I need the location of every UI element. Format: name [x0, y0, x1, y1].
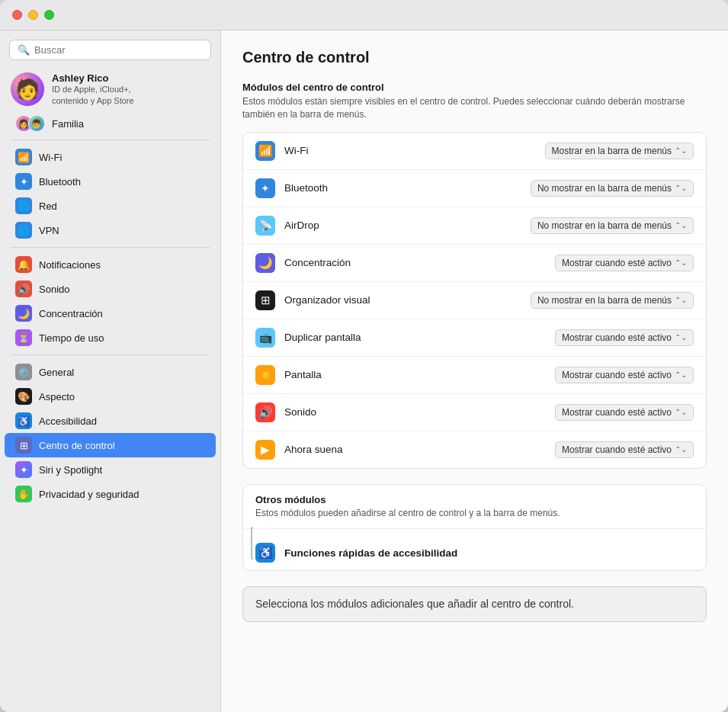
titlebar — [0, 0, 728, 30]
sidebar-item-notificaciones[interactable]: 🔔 Notificaciones — [5, 252, 216, 277]
module-row-concentracion[interactable]: 🌙 Concentración Mostrar cuando esté acti… — [243, 245, 706, 282]
bluetooth-icon: ✦ — [15, 173, 32, 190]
familia-label: Familia — [52, 118, 84, 130]
aspecto-icon: 🎨 — [15, 388, 32, 405]
close-button[interactable] — [12, 10, 22, 20]
sidebar-item-centro[interactable]: ⊞ Centro de control — [5, 433, 216, 457]
module-pant-option: Mostrar cuando esté activo — [562, 370, 672, 380]
module-bt-select[interactable]: No mostrar en la barra de menús ⌃⌄ — [531, 180, 694, 197]
others-section: Otros módulos Estos módulos pueden añadi… — [242, 484, 707, 572]
sidebar-item-concentracion[interactable]: 🌙 Concentración — [5, 301, 216, 326]
tooltip-text: Selecciona los módulos adicionales que a… — [255, 598, 574, 610]
sidebar-item-label-bluetooth: Bluetooth — [39, 176, 81, 188]
bracket-line — [251, 527, 253, 560]
modules-section-desc: Estos módulos están siempre visibles en … — [242, 95, 707, 121]
sidebar-item-label-vpn: VPN — [39, 225, 59, 236]
user-profile[interactable]: 🧑 Ashley Rico ID de Apple, iCloud+,conte… — [0, 66, 220, 112]
sidebar-item-wifi[interactable]: 📶 Wi-Fi — [5, 145, 216, 169]
module-row-son[interactable]: 🔊 Sonido Mostrar cuando esté activo ⌃⌄ — [243, 394, 706, 431]
siri-icon: ✦ — [15, 461, 32, 478]
module-row-wifi[interactable]: 📶 Wi-Fi Mostrar en la barra de menús ⌃⌄ — [243, 133, 706, 170]
module-row-now[interactable]: ▶ Ahora suena Mostrar cuando esté activo… — [243, 431, 706, 468]
familia-avatars: 👩 👦 — [15, 115, 45, 132]
module-airdrop-icon: 📡 — [255, 216, 275, 236]
sidebar-divider-1 — [11, 140, 210, 140]
module-son-chevron: ⌃⌄ — [675, 408, 687, 416]
module-airdrop-select[interactable]: No mostrar en la barra de menús ⌃⌄ — [531, 217, 694, 234]
accesibilidad-icon: ♿ — [15, 412, 32, 429]
sidebar-item-siri[interactable]: ✦ Siri y Spotlight — [5, 457, 216, 482]
fullscreen-button[interactable] — [44, 10, 54, 20]
modules-section-header: Módulos del centro de control — [242, 82, 707, 93]
minimize-button[interactable] — [28, 10, 38, 20]
module-son-select[interactable]: Mostrar cuando esté activo ⌃⌄ — [555, 404, 694, 421]
concentracion-icon: 🌙 — [15, 305, 32, 322]
module-pant-chevron: ⌃⌄ — [675, 370, 687, 379]
module-row-airdrop[interactable]: 📡 AirDrop No mostrar en la barra de menú… — [243, 207, 706, 245]
module-dup-select[interactable]: Mostrar cuando esté activo ⌃⌄ — [555, 329, 694, 346]
sidebar-item-label-aspecto: Aspecto — [39, 391, 75, 403]
module-now-chevron: ⌃⌄ — [675, 445, 687, 454]
others-acc-name: Funciones rápidas de accesibilidad — [284, 547, 457, 559]
general-icon: ⚙️ — [15, 364, 32, 380]
privacidad-icon: ✋ — [15, 486, 32, 502]
module-conc-select[interactable]: Mostrar cuando esté activo ⌃⌄ — [555, 255, 694, 271]
module-conc-icon: 🌙 — [255, 253, 275, 273]
module-org-select[interactable]: No mostrar en la barra de menús ⌃⌄ — [531, 292, 694, 309]
sidebar-item-accesibilidad[interactable]: ♿ Accesibilidad — [5, 409, 216, 433]
user-subtitle: ID de Apple, iCloud+,contenido y App Sto… — [52, 84, 134, 106]
content-area: 🔍 🧑 Ashley Rico ID de Apple, iCloud+,con… — [0, 30, 728, 712]
sidebar-item-tiempo-de-uso[interactable]: ⏳ Tiempo de uso — [5, 326, 216, 350]
sidebar-item-privacidad[interactable]: ✋ Privacidad y seguridad — [5, 482, 216, 506]
module-dup-name: Duplicar pantalla — [284, 332, 546, 343]
familia-section[interactable]: 👩 👦 Familia — [5, 112, 216, 135]
module-now-icon: ▶ — [255, 440, 275, 460]
sidebar-divider-3 — [11, 354, 210, 355]
module-org-icon: ⊞ — [255, 290, 275, 310]
module-pant-select[interactable]: Mostrar cuando esté activo ⌃⌄ — [555, 367, 694, 383]
tiempo-icon: ⏳ — [15, 329, 32, 346]
sidebar-item-general[interactable]: ⚙️ General — [5, 360, 216, 384]
module-now-name: Ahora suena — [284, 444, 546, 455]
module-org-option: No mostrar en la barra de menús — [537, 295, 672, 306]
sidebar-item-label-general: General — [39, 367, 74, 378]
module-wifi-name: Wi-Fi — [284, 145, 536, 156]
sidebar: 🔍 🧑 Ashley Rico ID de Apple, iCloud+,con… — [0, 30, 221, 712]
module-dup-icon: 📺 — [255, 328, 275, 348]
module-pant-name: Pantalla — [284, 369, 546, 380]
module-wifi-select[interactable]: Mostrar en la barra de menús ⌃⌄ — [545, 143, 694, 159]
sidebar-item-label-centro: Centro de control — [39, 440, 115, 451]
module-bt-option: No mostrar en la barra de menús — [537, 183, 672, 194]
others-row-acc[interactable]: ♿ Funciones rápidas de accesibilidad — [243, 535, 706, 570]
others-header: Otros módulos Estos módulos pueden añadi… — [243, 485, 706, 523]
sidebar-item-aspecto[interactable]: 🎨 Aspecto — [5, 384, 216, 409]
user-info: Ashley Rico ID de Apple, iCloud+,conteni… — [52, 72, 134, 106]
module-wifi-icon: 📶 — [255, 141, 275, 161]
tooltip-box: Selecciona los módulos adicionales que a… — [242, 586, 707, 622]
module-dup-chevron: ⌃⌄ — [675, 333, 687, 342]
sidebar-item-red[interactable]: 🌐 Red — [5, 194, 216, 218]
sidebar-item-sonido[interactable]: 🔊 Sonido — [5, 277, 216, 301]
main-content: Centro de control Módulos del centro de … — [221, 30, 728, 712]
module-airdrop-chevron: ⌃⌄ — [675, 221, 687, 229]
avatar: 🧑 — [11, 72, 44, 106]
sidebar-item-bluetooth[interactable]: ✦ Bluetooth — [5, 169, 216, 194]
page-title: Centro de control — [242, 49, 707, 66]
search-bar[interactable]: 🔍 — [9, 40, 211, 60]
sidebar-item-vpn[interactable]: 🌐 VPN — [5, 218, 216, 242]
sidebar-item-label-priv: Privacidad y seguridad — [39, 489, 140, 500]
module-row-pant[interactable]: ☀️ Pantalla Mostrar cuando esté activo ⌃… — [243, 357, 706, 394]
search-icon: 🔍 — [18, 44, 30, 56]
module-row-org[interactable]: ⊞ Organizador visual No mostrar en la ba… — [243, 282, 706, 319]
module-son-icon: 🔊 — [255, 403, 275, 422]
module-row-bluetooth[interactable]: ✦ Bluetooth No mostrar en la barra de me… — [243, 170, 706, 207]
module-row-dup[interactable]: 📺 Duplicar pantalla Mostrar cuando esté … — [243, 319, 706, 357]
sidebar-item-label-wifi: Wi-Fi — [39, 152, 62, 163]
search-input[interactable] — [34, 44, 203, 56]
vpn-icon: 🌐 — [15, 222, 32, 239]
module-airdrop-option: No mostrar en la barra de menús — [537, 220, 672, 231]
module-now-select[interactable]: Mostrar cuando esté activo ⌃⌄ — [555, 441, 694, 458]
sidebar-item-label-access: Accesibilidad — [39, 415, 97, 427]
module-airdrop-name: AirDrop — [284, 220, 521, 231]
sidebar-item-label-tiempo: Tiempo de uso — [39, 332, 104, 344]
